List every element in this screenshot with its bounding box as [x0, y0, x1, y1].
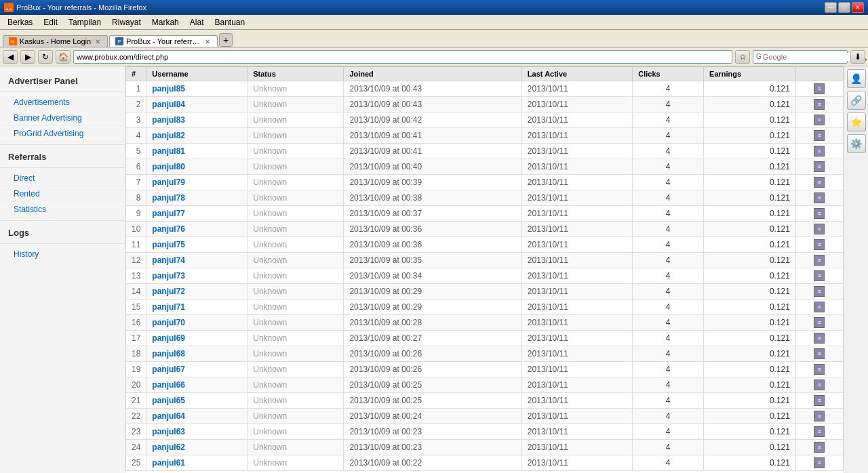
link-icon-button[interactable]: 🔗 [847, 91, 866, 110]
action-icon-button[interactable]: ≡ [814, 317, 825, 328]
action-icon-button[interactable]: ≡ [814, 364, 825, 375]
username-link[interactable]: panjul61 [152, 458, 185, 468]
cell-action: ≡ [795, 81, 843, 97]
address-input[interactable] [73, 50, 732, 64]
cell-action: ≡ [795, 237, 843, 253]
action-icon-button[interactable]: ≡ [814, 348, 825, 359]
action-icon-button[interactable]: ≡ [814, 333, 825, 344]
menu-tampilan[interactable]: Tampilan [64, 16, 106, 29]
username-link[interactable]: panjul63 [152, 427, 185, 436]
action-icon-button[interactable]: ≡ [814, 255, 825, 266]
cell-username: panjul80 [146, 159, 248, 175]
username-link[interactable]: panjul82 [152, 131, 185, 140]
username-link[interactable]: panjul69 [152, 333, 185, 343]
action-icon-button[interactable]: ≡ [814, 177, 825, 188]
cell-last-active: 2013/10/11 [521, 159, 632, 175]
username-link[interactable]: panjul78 [152, 193, 185, 203]
cell-username: panjul79 [146, 175, 248, 190]
download-button[interactable]: ⬇ [850, 50, 865, 64]
menu-edit[interactable]: Edit [39, 16, 62, 29]
action-icon-button[interactable]: ≡ [814, 442, 825, 453]
sidebar-item-rented[interactable]: Rented [0, 186, 125, 202]
sidebar-item-advertisements[interactable]: Advertisements [0, 95, 125, 110]
username-link[interactable]: panjul85 [152, 84, 185, 94]
action-icon-button[interactable]: ≡ [814, 192, 825, 203]
cell-status: Unknown [248, 144, 344, 159]
username-link[interactable]: panjul74 [152, 255, 185, 265]
action-icon-button[interactable]: ≡ [814, 395, 825, 406]
username-link[interactable]: panjul71 [152, 302, 185, 312]
action-icon-button[interactable]: ≡ [814, 426, 825, 437]
home-button[interactable]: 🏠 [56, 50, 71, 64]
username-link[interactable]: panjul81 [152, 146, 185, 156]
username-link[interactable]: panjul77 [152, 209, 185, 218]
action-icon-button[interactable]: ≡ [814, 286, 825, 297]
username-link[interactable]: panjul68 [152, 349, 185, 358]
sidebar-item-banner-advertising[interactable]: Banner Advertising [0, 110, 125, 126]
username-link[interactable]: panjul73 [152, 271, 185, 281]
cell-action: ≡ [795, 315, 843, 331]
tab-probux-close[interactable]: ✕ [203, 38, 212, 45]
sidebar-item-direct[interactable]: Direct [0, 171, 125, 186]
close-button[interactable]: ✕ [852, 2, 864, 13]
username-link[interactable]: panjul70 [152, 318, 185, 327]
action-icon-button[interactable]: ≡ [814, 208, 825, 219]
person-icon-button[interactable]: 👤 [847, 69, 866, 88]
menu-bantuan[interactable]: Bantuan [210, 16, 250, 29]
cell-action: ≡ [795, 284, 843, 300]
action-icon-button[interactable]: ≡ [814, 270, 825, 281]
cell-num: 9 [126, 206, 146, 222]
search-input[interactable] [763, 53, 856, 61]
menu-riwayat[interactable]: Riwayat [107, 16, 146, 29]
action-icon-button[interactable]: ≡ [814, 379, 825, 390]
sidebar-item-statistics[interactable]: Statistics [0, 202, 125, 218]
username-link[interactable]: panjul64 [152, 411, 185, 421]
bookmark-button[interactable]: ☆ [735, 50, 750, 64]
new-tab-button[interactable]: + [219, 33, 233, 47]
username-link[interactable]: panjul76 [152, 224, 185, 234]
username-link[interactable]: panjul65 [152, 396, 185, 405]
action-icon-button[interactable]: ≡ [814, 224, 825, 234]
username-link[interactable]: panjul72 [152, 287, 185, 296]
search-engine-logo[interactable]: G [756, 53, 762, 60]
tab-kaskus-close[interactable]: ✕ [94, 38, 102, 45]
action-icon-button[interactable]: ≡ [814, 161, 825, 172]
col-num: # [126, 67, 146, 81]
username-link[interactable]: panjul84 [152, 100, 185, 109]
action-icon-button[interactable]: ≡ [814, 411, 825, 421]
table-row: 12 panjul74 Unknown 2013/10/09 at 00:35 … [126, 253, 844, 268]
forward-button[interactable]: ▶ [20, 50, 35, 64]
action-icon-button[interactable]: ≡ [814, 239, 825, 250]
maximize-button[interactable]: □ [838, 2, 850, 13]
tab-probux[interactable]: P ProBux - Your referrals ✕ [109, 35, 218, 47]
menu-markah[interactable]: Markah [147, 16, 184, 29]
username-link[interactable]: panjul83 [152, 115, 185, 125]
menu-alat[interactable]: Alat [185, 16, 209, 29]
sidebar-item-history[interactable]: History [0, 247, 125, 262]
action-icon-button[interactable]: ≡ [814, 99, 825, 110]
username-link[interactable]: panjul75 [152, 240, 185, 249]
sidebar-item-progrid-advertising[interactable]: ProGrid Advertising [0, 126, 125, 142]
username-link[interactable]: panjul67 [152, 365, 185, 374]
reload-button[interactable]: ↻ [38, 50, 53, 64]
cell-action: ≡ [795, 128, 843, 144]
table-row: 15 panjul71 Unknown 2013/10/09 at 00:29 … [126, 300, 844, 315]
action-icon-button[interactable]: ≡ [814, 83, 825, 94]
back-button[interactable]: ◀ [3, 50, 18, 64]
tab-kaskus[interactable]: K Kaskus - Home Login ✕ [3, 35, 108, 47]
action-icon-button[interactable]: ≡ [814, 302, 825, 312]
action-icon-button[interactable]: ≡ [814, 457, 825, 468]
menu-berkas[interactable]: Berkas [3, 16, 37, 29]
action-icon-button[interactable]: ≡ [814, 130, 825, 141]
username-link[interactable]: panjul62 [152, 443, 185, 452]
username-link[interactable]: panjul66 [152, 380, 185, 390]
username-link[interactable]: panjul79 [152, 178, 185, 187]
star-icon-button[interactable]: ⭐ [847, 112, 866, 131]
username-link[interactable]: panjul80 [152, 162, 185, 171]
action-icon-button[interactable]: ≡ [814, 146, 825, 157]
gear-icon-button[interactable]: ⚙️ [847, 134, 866, 153]
cell-status: Unknown [248, 97, 344, 112]
window-controls[interactable]: ─ □ ✕ [825, 2, 864, 13]
action-icon-button[interactable]: ≡ [814, 115, 825, 125]
minimize-button[interactable]: ─ [825, 2, 837, 13]
